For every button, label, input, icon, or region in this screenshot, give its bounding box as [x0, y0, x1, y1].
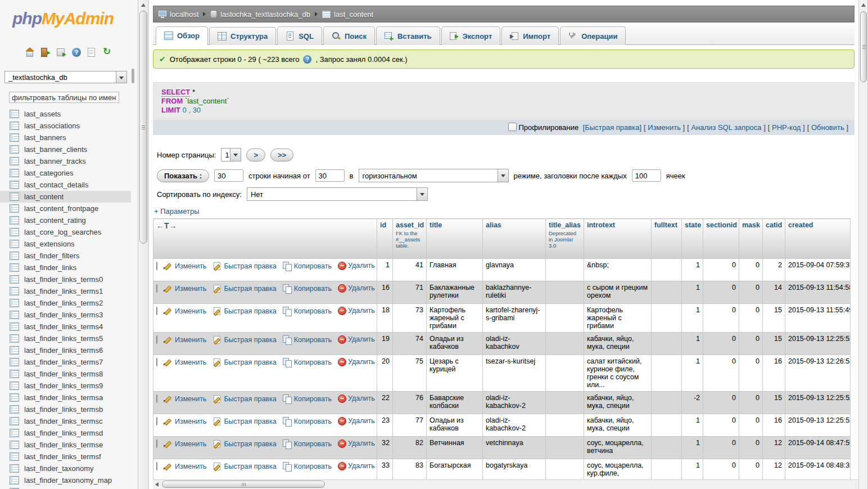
delete-link[interactable]: Удалить: [338, 307, 375, 315]
sidebar-item-last_finder_links_terms0[interactable]: last_finder_links_terms0: [0, 273, 131, 285]
chevron-down-icon[interactable]: [498, 169, 508, 182]
tab-sql[interactable]: SQL: [277, 26, 322, 45]
transpose-controls[interactable]: ←T→: [156, 221, 177, 230]
edit-link[interactable]: Изменить: [164, 439, 206, 448]
resize-handle[interactable]: [132, 69, 134, 83]
row-checkbox[interactable]: [156, 284, 157, 293]
database-select[interactable]: _textlastochka_db: [4, 71, 127, 83]
sort-key-select[interactable]: Нет: [247, 187, 428, 201]
column-sort-link[interactable]: id: [380, 221, 390, 229]
logout-icon[interactable]: [40, 47, 51, 57]
copy-link[interactable]: Копировать: [283, 307, 332, 316]
scroll-thumb[interactable]: [139, 11, 147, 244]
row-checkbox[interactable]: [156, 335, 157, 344]
sidebar-item-last_finder_links_terms1[interactable]: last_finder_links_terms1: [0, 285, 131, 297]
quick-edit-link[interactable]: Быстрая правка: [213, 394, 276, 403]
column-sort-link[interactable]: introtext: [587, 221, 648, 229]
home-icon[interactable]: [25, 47, 35, 57]
column-sort-link[interactable]: created: [788, 221, 847, 229]
sidebar-item-last_finder_links_termsd[interactable]: last_finder_links_termsd: [0, 427, 131, 439]
copy-link[interactable]: Копировать: [283, 417, 332, 426]
column-sort-link[interactable]: alias: [486, 221, 542, 229]
edit-link[interactable]: Изменить: [164, 462, 206, 471]
sidebar-item-last_core_log_searches[interactable]: last_core_log_searches: [0, 226, 131, 238]
sidebar-item-last_finder_terms[interactable]: last_finder_terms: [0, 486, 131, 489]
sidebar-item-last_content[interactable]: last_content: [0, 191, 131, 203]
edit-link[interactable]: Изменить: [164, 284, 206, 293]
delete-link[interactable]: Удалить: [338, 394, 375, 402]
tab-export[interactable]: Экспорт: [441, 26, 501, 45]
column-sort-link[interactable]: catid: [766, 221, 782, 229]
copy-link[interactable]: Копировать: [283, 335, 332, 344]
chevron-down-icon[interactable]: [230, 149, 241, 161]
inline-query-link[interactable]: Обновить: [809, 123, 846, 132]
delete-link[interactable]: Удалить: [338, 358, 375, 366]
column-sort-link[interactable]: asset_id: [396, 221, 423, 229]
edit-link[interactable]: Изменить: [164, 394, 206, 403]
sidebar-item-last_finder_links_terms7[interactable]: last_finder_links_terms7: [0, 356, 131, 368]
column-sort-link[interactable]: title: [430, 221, 480, 229]
display-mode-select[interactable]: горизонтальном: [359, 169, 509, 182]
copy-link[interactable]: Копировать: [283, 462, 332, 471]
sidebar-scrollbar[interactable]: [138, 0, 149, 489]
scroll-thumb[interactable]: [162, 481, 325, 488]
sidebar-item-last_finder_links_terms2[interactable]: last_finder_links_terms2: [0, 297, 131, 309]
sidebar-resize-divider[interactable]: [131, 0, 138, 489]
quick-edit-link[interactable]: Быстрая правка: [213, 284, 276, 293]
quick-edit-link[interactable]: Быстрая правка: [213, 335, 276, 344]
show-button[interactable]: Показать :: [157, 169, 209, 182]
scroll-up-arrow[interactable]: [139, 1, 147, 9]
breadcrumb-table[interactable]: last_content: [322, 10, 373, 19]
row-checkbox[interactable]: [156, 358, 157, 366]
scroll-left-arrow[interactable]: [153, 481, 161, 488]
delete-link[interactable]: Удалить: [338, 284, 375, 292]
reload-icon[interactable]: [102, 47, 112, 57]
sidebar-item-last_finder_links_terms3[interactable]: last_finder_links_terms3: [0, 309, 131, 321]
quick-edit-link[interactable]: Быстрая правка: [213, 417, 276, 426]
inline-query-link[interactable]: PHP-код: [770, 123, 803, 132]
sidebar-item-last_finder_taxonomy_map[interactable]: last_finder_taxonomy_map: [0, 474, 131, 486]
sidebar-item-last_finder_links_terms6[interactable]: last_finder_links_terms6: [0, 344, 131, 356]
row-checkbox[interactable]: [156, 439, 157, 448]
row-checkbox[interactable]: [156, 417, 157, 425]
sql-window-icon[interactable]: [56, 47, 66, 57]
sidebar-item-last_categories[interactable]: last_categories: [0, 167, 131, 179]
repeat-headers-input[interactable]: [632, 169, 661, 182]
sidebar-item-last_finder_links_terms5[interactable]: last_finder_links_terms5: [0, 333, 131, 344]
sidebar-item-last_finder_links_terms8[interactable]: last_finder_links_terms8: [0, 368, 131, 380]
copy-link[interactable]: Копировать: [283, 394, 332, 403]
help-icon[interactable]: [303, 55, 311, 64]
sidebar-item-last_finder_links[interactable]: last_finder_links: [0, 262, 131, 273]
sidebar-item-last_finder_links_termse[interactable]: last_finder_links_termse: [0, 439, 131, 451]
copy-link[interactable]: Копировать: [283, 358, 332, 367]
table-filter-input[interactable]: [9, 92, 119, 103]
quick-edit-link[interactable]: Быстрая правка: [213, 462, 276, 471]
sidebar-item-last_finder_links_termsb[interactable]: last_finder_links_termsb: [0, 403, 131, 415]
sidebar-item-last_finder_links_terms9[interactable]: last_finder_links_terms9: [0, 380, 131, 392]
sidebar-item-last_banners[interactable]: last_banners: [0, 132, 131, 143]
phpmyadmin-logo[interactable]: phpMyAdmin: [12, 9, 131, 28]
breadcrumb-server[interactable]: localhost: [159, 10, 198, 19]
sidebar-item-last_banner_tracks[interactable]: last_banner_tracks: [0, 155, 131, 167]
delete-link[interactable]: Удалить: [338, 439, 375, 447]
column-sort-link[interactable]: title_alias: [549, 221, 581, 229]
tab-import[interactable]: Импорт: [501, 26, 559, 45]
delete-link[interactable]: Удалить: [338, 462, 375, 470]
num-rows-input[interactable]: [214, 169, 243, 182]
delete-link[interactable]: Удалить: [338, 335, 375, 343]
edit-link[interactable]: Изменить: [164, 307, 206, 316]
scroll-up-arrow[interactable]: [860, 1, 867, 9]
chevron-down-icon[interactable]: [417, 188, 427, 200]
row-checkbox[interactable]: [156, 307, 157, 315]
row-checkbox[interactable]: [156, 462, 157, 470]
quick-edit-link[interactable]: Быстрая правка: [213, 307, 276, 316]
sidebar-item-last_finder_taxonomy[interactable]: last_finder_taxonomy: [0, 463, 131, 474]
sidebar-item-last_contact_details[interactable]: last_contact_details: [0, 179, 131, 191]
page-select[interactable]: 1: [221, 148, 241, 161]
tab-search[interactable]: Поиск: [323, 26, 375, 45]
last-page-button[interactable]: >>: [270, 149, 293, 161]
inline-query-link[interactable]: Изменить: [646, 123, 683, 132]
quick-edit-link[interactable]: Быстрая правка: [213, 358, 276, 367]
edit-link[interactable]: Изменить: [164, 358, 206, 367]
column-sort-link[interactable]: fulltext: [654, 221, 679, 229]
